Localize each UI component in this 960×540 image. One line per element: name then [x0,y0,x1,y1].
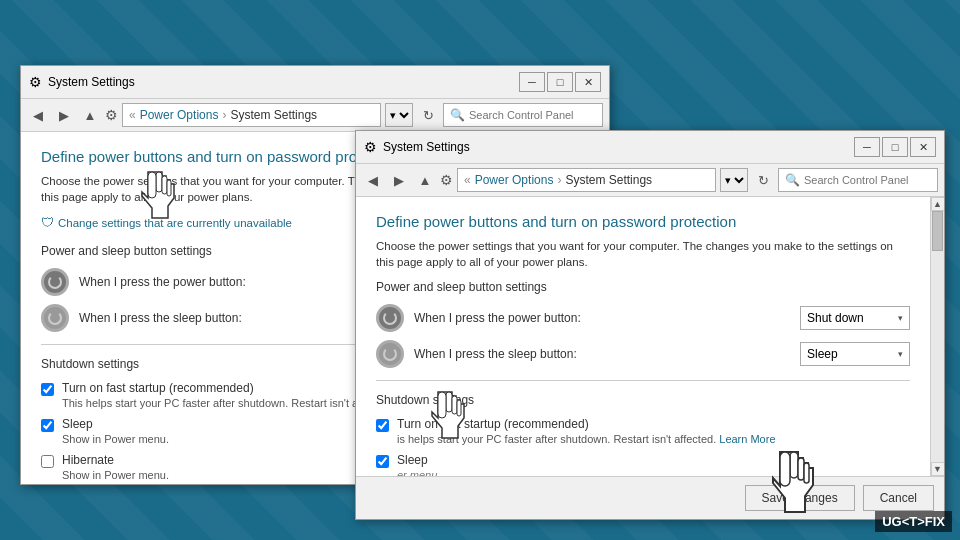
up-button-bg[interactable]: ▲ [79,104,101,126]
sleep-sublabel-bg: Show in Power menu. [62,433,169,445]
title-bar-bg: ⚙ System Settings ─ □ ✕ [21,66,609,99]
page-title-fg: Define power buttons and turn on passwor… [376,213,910,230]
sleep-dropdown-arrow-fg: ▾ [898,349,903,359]
sleep-button-label-fg: When I press the sleep button: [414,347,790,361]
power-dropdown-value-fg: Shut down [807,311,864,325]
watermark: UG<T>FIX [875,511,952,532]
fast-startup-sublabel-bg: This helps start your PC faster after sh… [62,397,367,409]
fast-startup-row-fg: Turn on fast startup (recommended) is he… [376,417,910,445]
hibernate-label-bg: Hibernate [62,453,169,467]
breadcrumb-dropdown-bg[interactable]: ▾ [385,103,413,127]
title-bar-fg: ⚙ System Settings ─ □ ✕ [356,131,944,164]
content-area-fg: Define power buttons and turn on passwor… [356,197,944,476]
search-input-bg[interactable] [469,109,596,121]
window-icon-fg: ⚙ [364,139,377,155]
sleep-button-row-fg: When I press the sleep button: Sleep ▾ [376,340,910,368]
shield-icon-bg: 🛡 [41,215,54,230]
home-icon-fg: ⚙ [440,172,453,188]
scroll-track-fg[interactable] [931,211,944,462]
search-icon-fg: 🔍 [785,173,800,187]
title-bar-text-bg: System Settings [48,75,513,89]
address-bar-fg: ◀ ▶ ▲ ⚙ « Power Options › System Setting… [356,164,944,197]
sleep-label-bg: Sleep [62,417,169,431]
breadcrumb-arrow-fg: › [557,173,561,187]
sleep-dropdown-value-fg: Sleep [807,347,838,361]
refresh-button-bg[interactable]: ↻ [417,104,439,126]
maximize-button-bg[interactable]: □ [547,72,573,92]
page-desc-fg: Choose the power settings that you want … [376,238,910,270]
refresh-button-fg[interactable]: ↻ [752,169,774,191]
forward-button-fg[interactable]: ▶ [388,169,410,191]
bottom-bar-fg: Save changes Cancel [356,476,944,519]
title-bar-text-fg: System Settings [383,140,848,154]
sleep-checkbox-fg[interactable] [376,455,389,468]
close-button-fg[interactable]: ✕ [910,137,936,157]
scrollbar-fg[interactable]: ▲ ▼ [930,197,944,476]
breadcrumb-current-fg: System Settings [565,173,652,187]
power-btn-icon-fg [376,304,404,332]
minimize-button-bg[interactable]: ─ [519,72,545,92]
hibernate-checkbox-bg[interactable] [41,455,54,468]
title-bar-controls-bg: ─ □ ✕ [519,72,601,92]
search-input-fg[interactable] [804,174,931,186]
sleep-label-fg: Sleep [397,453,440,467]
sleep-sublabel-fg: er menu. [397,469,440,476]
breadcrumb-power-fg[interactable]: Power Options [475,173,554,187]
power-button-label-fg: When I press the power button: [414,311,790,325]
breadcrumb-dropdown-fg[interactable]: ▾ [720,168,748,192]
fast-startup-label-bg: Turn on fast startup (recommended) [62,381,367,395]
hibernate-sublabel-bg: Show in Power menu. [62,469,169,481]
address-bar-bg: ◀ ▶ ▲ ⚙ « Power Options › System Setting… [21,99,609,132]
back-button-fg[interactable]: ◀ [362,169,384,191]
shutdown-label-fg: Shutdown settings [376,393,910,407]
fast-startup-checkbox-fg[interactable] [376,419,389,432]
minimize-button-fg[interactable]: ─ [854,137,880,157]
sleep-row-fg: Sleep er menu. [376,453,910,476]
sleep-dropdown-fg[interactable]: Sleep ▾ [800,342,910,366]
breadcrumb-sep1-fg: « [464,173,471,187]
window-icon-bg: ⚙ [29,74,42,90]
breadcrumb-power-bg[interactable]: Power Options [140,108,219,122]
learn-more-link[interactable]: Learn More [719,433,775,445]
scroll-down-fg[interactable]: ▼ [931,462,945,476]
power-dropdown-fg[interactable]: Shut down ▾ [800,306,910,330]
power-btn-icon-bg [41,268,69,296]
window-foreground: ⚙ System Settings ─ □ ✕ ◀ ▶ ▲ ⚙ « Power … [355,130,945,520]
scroll-up-fg[interactable]: ▲ [931,197,945,211]
fast-startup-label-fg: Turn on fast startup (recommended) [397,417,776,431]
forward-button-bg[interactable]: ▶ [53,104,75,126]
search-icon-bg: 🔍 [450,108,465,122]
cancel-button[interactable]: Cancel [863,485,934,511]
back-button-bg[interactable]: ◀ [27,104,49,126]
sleep-btn-icon-fg [376,340,404,368]
sleep-checkbox-bg[interactable] [41,419,54,432]
fast-startup-sublabel-fg: is helps start your PC faster after shut… [397,433,776,445]
sleep-btn-icon-bg [41,304,69,332]
power-button-row-fg: When I press the power button: Shut down… [376,304,910,332]
breadcrumb-sep1: « [129,108,136,122]
title-bar-controls-fg: ─ □ ✕ [854,137,936,157]
home-icon-bg: ⚙ [105,107,118,123]
scroll-thumb-fg[interactable] [932,211,943,251]
main-content-fg: Define power buttons and turn on passwor… [356,197,930,476]
fast-startup-checkbox-bg[interactable] [41,383,54,396]
breadcrumb-bg[interactable]: « Power Options › System Settings [122,103,381,127]
up-button-fg[interactable]: ▲ [414,169,436,191]
search-bar-bg: 🔍 [443,103,603,127]
search-bar-fg: 🔍 [778,168,938,192]
breadcrumb-arrow: › [222,108,226,122]
power-dropdown-arrow-fg: ▾ [898,313,903,323]
save-button[interactable]: Save changes [745,485,855,511]
power-sleep-label-fg: Power and sleep button settings [376,280,910,294]
breadcrumb-fg[interactable]: « Power Options › System Settings [457,168,716,192]
maximize-button-fg[interactable]: □ [882,137,908,157]
section-divider-fg [376,380,910,381]
breadcrumb-current-bg: System Settings [230,108,317,122]
close-button-bg[interactable]: ✕ [575,72,601,92]
